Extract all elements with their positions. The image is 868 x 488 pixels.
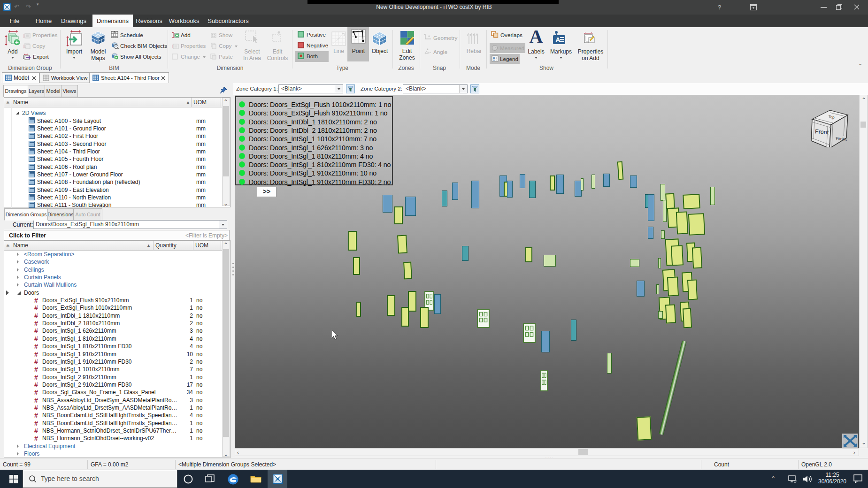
svg-text:A: A [555,36,561,44]
svg-text:Front: Front [815,128,830,136]
svg-text:Top: Top [828,114,835,120]
svg-text:Right: Right [835,136,847,142]
